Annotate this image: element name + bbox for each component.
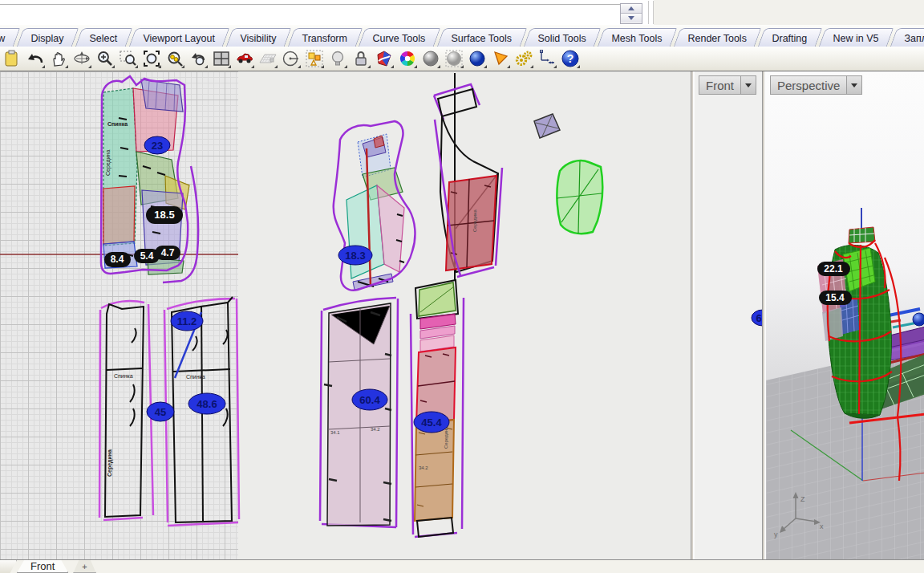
viewport-tab-bar: Front + (0, 559, 924, 573)
pattern-piece-sleeve[interactable]: Середина (434, 73, 502, 280)
pattern-canvas[interactable]: Спинка Середина 23 18.5 8.4 5.4 4.7 Спин… (0, 71, 691, 560)
piece-text: 34.1 (330, 430, 340, 435)
tab-viewport-layout[interactable]: Viewport Layout (128, 28, 229, 47)
perspective-viewport[interactable]: 22.1 15.4 Z x y Perspective (764, 71, 924, 560)
svg-text:23: 23 (152, 140, 163, 152)
tab-curve-tools[interactable]: Curve Tools (359, 28, 440, 47)
sphere-ghosted-icon[interactable] (444, 48, 464, 69)
group-objects-icon[interactable] (304, 48, 325, 69)
piece-text: 34.2 (371, 427, 380, 432)
draped-patch-gray (822, 307, 843, 341)
svg-text:15.4: 15.4 (825, 292, 845, 303)
pattern-piece-back-panels[interactable]: Спинка Середина Спинка 11.2 45 48.6 (99, 297, 239, 526)
svg-text:60.4: 60.4 (359, 394, 380, 406)
piece-text: Середина (105, 150, 111, 176)
dimension-icon[interactable] (537, 48, 557, 69)
viewport-area: Спинка Середина 23 18.5 8.4 5.4 4.7 Спин… (0, 71, 924, 559)
tab-new-in-v5[interactable]: New in V5 (819, 28, 894, 47)
pattern-piece-green-patch[interactable] (557, 161, 602, 234)
command-bar (0, 0, 924, 25)
sphere-shaded-icon[interactable] (420, 48, 441, 69)
cplane-disabled-icon[interactable] (257, 48, 278, 69)
lock-icon[interactable] (351, 48, 371, 69)
viewport-layout-icon[interactable] (211, 48, 232, 69)
command-bar-filler (654, 0, 924, 25)
pattern-piece-skirt-panel-right[interactable]: 34.2 Середина 45.4 (411, 280, 464, 537)
piece-text: 34.2 (419, 465, 428, 470)
tab-surface-tools[interactable]: Surface Tools (437, 28, 527, 47)
tab-visibility[interactable]: Visibility (226, 28, 291, 47)
viewport-tab-front[interactable]: Front (17, 560, 68, 573)
spinner-down-button[interactable] (621, 13, 642, 22)
undo-icon[interactable] (25, 48, 46, 69)
command-spinner (620, 3, 642, 24)
zoom-selected-icon[interactable] (164, 48, 185, 69)
front-viewport[interactable]: Front 6 (693, 71, 764, 560)
svg-text:18.5: 18.5 (154, 209, 174, 221)
piece-text: Середина (472, 209, 477, 232)
perspective-canvas[interactable]: 22.1 15.4 Z x y (766, 71, 924, 560)
piece-text: Спинка (107, 121, 128, 127)
tab-display[interactable]: Display (17, 28, 79, 47)
tab-drafting[interactable]: Drafting (758, 28, 822, 47)
toolbar-grip[interactable] (648, 1, 654, 24)
svg-text:8.4: 8.4 (111, 254, 124, 265)
svg-text:48.6: 48.6 (197, 398, 217, 410)
piece-text: Середина (107, 449, 113, 477)
spinner-up-button[interactable] (621, 4, 642, 13)
tab-transform[interactable]: Transform (288, 28, 363, 47)
piece-text: Спинка (114, 373, 133, 379)
chevron-down-icon (851, 83, 857, 87)
rotate-view-icon[interactable] (71, 48, 92, 69)
tab-solid-tools[interactable]: Solid Tools (524, 28, 602, 47)
piece-text: Спинка (186, 374, 205, 380)
floor-sphere[interactable] (913, 313, 924, 326)
viewport-title-label: Perspective (771, 79, 846, 92)
undo-view-icon[interactable] (188, 48, 209, 69)
tab-select[interactable]: Select (75, 28, 132, 47)
shaded-display-icon[interactable] (374, 48, 395, 69)
main-toolbar: ? (0, 47, 924, 71)
main-viewport[interactable]: Спинка Середина 23 18.5 8.4 5.4 4.7 Спин… (0, 71, 691, 560)
tab-zaplatki[interactable]: Заплатки (890, 28, 924, 47)
help-glyph: ? (567, 52, 574, 65)
paste-icon[interactable] (2, 48, 22, 69)
rhino-app-window: { "command_bar": { "value": "" }, "ribbo… (0, 0, 924, 573)
svg-text:11.2: 11.2 (177, 315, 197, 327)
axis-x-label: x (820, 522, 824, 530)
svg-text:45: 45 (155, 406, 166, 418)
pattern-piece-bodice-collage[interactable]: Спинка Середина 23 18.5 8.4 5.4 4.7 (101, 76, 198, 282)
command-input[interactable] (0, 4, 624, 24)
svg-text:5.4: 5.4 (140, 250, 154, 262)
help-icon[interactable]: ? (560, 48, 581, 69)
sphere-rendered-icon[interactable] (467, 48, 488, 69)
pattern-piece-middle-bodice[interactable]: 18.3 (334, 121, 415, 291)
zoom-window-icon[interactable] (141, 48, 162, 69)
tab-mesh-tools[interactable]: Mesh Tools (598, 28, 677, 47)
lamp-icon[interactable] (327, 48, 348, 69)
svg-text:6: 6 (756, 312, 761, 324)
toolbar-tab-row: View Display Select Viewport Layout Visi… (0, 25, 924, 47)
viewport-title-menu[interactable] (846, 76, 861, 94)
svg-text:22.1: 22.1 (824, 263, 843, 274)
pattern-piece-skirt-panel-left[interactable]: 34.1 34.2 60.4 (320, 298, 398, 527)
tab-render-tools[interactable]: Render Tools (674, 28, 762, 47)
add-viewport-tab-button[interactable]: + (73, 560, 95, 573)
axis-z-label: Z (800, 495, 805, 503)
cone-tool-icon[interactable] (490, 48, 511, 69)
front-canvas[interactable]: 6 (695, 71, 764, 560)
pan-hand-icon[interactable] (48, 48, 69, 69)
pattern-piece-small-patch[interactable] (534, 114, 560, 138)
tab-bar-corner (0, 560, 17, 573)
color-wheel-icon[interactable] (397, 48, 418, 69)
axis-y-label: y (774, 530, 778, 538)
car-icon[interactable] (234, 48, 255, 69)
up-arrow-icon (628, 6, 634, 10)
svg-text:45.4: 45.4 (421, 417, 442, 429)
gears-icon[interactable] (513, 48, 534, 69)
svg-text:4.7: 4.7 (161, 247, 175, 258)
circle-radius-icon[interactable] (281, 48, 302, 69)
zoom-dynamic-icon[interactable] (118, 48, 139, 69)
perspective-viewport-title[interactable]: Perspective (770, 75, 862, 95)
zoom-in-icon[interactable] (95, 48, 116, 69)
